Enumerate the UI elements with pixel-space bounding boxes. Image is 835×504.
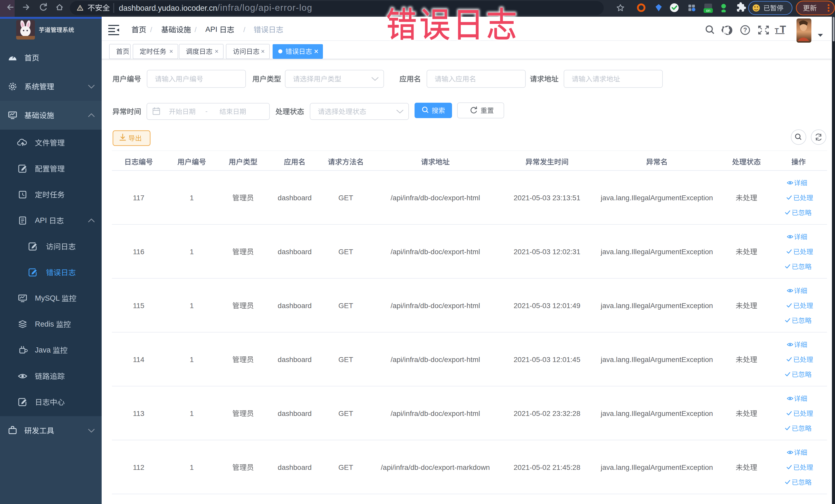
svg-text:dashboard: dashboard [278, 302, 312, 310]
svg-text:113: 113 [133, 409, 144, 418]
svg-text:1: 1 [190, 194, 194, 202]
svg-text:GET: GET [338, 194, 353, 202]
svg-text:112: 112 [133, 463, 144, 471]
svg-text:/api/infra/db-doc/export-markd: /api/infra/db-doc/export-markdown [381, 463, 490, 471]
svg-text:MySQL: MySQL [35, 294, 60, 302]
svg-text:2021-05-02 23:32:28: 2021-05-02 23:32:28 [514, 409, 581, 418]
svg-text:/: / [150, 26, 152, 34]
svg-text:Redis: Redis [35, 320, 54, 328]
svg-text:117: 117 [133, 194, 144, 202]
svg-text:/: / [195, 26, 197, 34]
svg-text:2021-05-03 12:01:49: 2021-05-03 12:01:49 [514, 302, 581, 310]
svg-text:1: 1 [190, 409, 194, 418]
svg-text:Java: Java [35, 346, 51, 354]
svg-text:1: 1 [190, 463, 194, 471]
svg-text:/infra/log/api-error-log: /infra/log/api-error-log [217, 3, 312, 13]
svg-text:java.lang.IllegalArgumentExcep: java.lang.IllegalArgumentException [600, 409, 713, 418]
svg-text:java.lang.IllegalArgumentExcep: java.lang.IllegalArgumentException [600, 248, 713, 256]
svg-text:java.lang.IllegalArgumentExcep: java.lang.IllegalArgumentException [600, 463, 713, 471]
svg-text:on: on [706, 8, 711, 13]
svg-text:116: 116 [133, 248, 144, 256]
svg-text:dashboard.yudao.iocoder.cn: dashboard.yudao.iocoder.cn [119, 4, 217, 13]
svg-text:API: API [205, 25, 218, 33]
svg-text:dashboard: dashboard [278, 463, 312, 471]
svg-text:/api/infra/db-doc/export-html: /api/infra/db-doc/export-html [391, 248, 480, 256]
svg-text:dashboard: dashboard [278, 248, 312, 256]
svg-text:-: - [205, 107, 208, 115]
svg-text:dashboard: dashboard [278, 409, 312, 418]
svg-text:1: 1 [190, 356, 194, 364]
svg-text:GET: GET [338, 463, 353, 471]
svg-text:java.lang.IllegalArgumentExcep: java.lang.IllegalArgumentException [600, 194, 713, 202]
svg-text:java.lang.IllegalArgumentExcep: java.lang.IllegalArgumentException [600, 302, 713, 310]
svg-text:/api/infra/db-doc/export-html: /api/infra/db-doc/export-html [391, 409, 480, 418]
svg-text:?: ? [744, 26, 747, 33]
svg-text:/: / [243, 26, 245, 34]
svg-text:T: T [780, 24, 786, 35]
svg-text:java.lang.IllegalArgumentExcep: java.lang.IllegalArgumentException [600, 356, 713, 364]
svg-text:/api/infra/db-doc/export-html: /api/infra/db-doc/export-html [391, 194, 480, 202]
svg-text:115: 115 [133, 302, 144, 310]
svg-text:1: 1 [190, 302, 194, 310]
svg-text:1: 1 [190, 248, 194, 256]
svg-text:dashboard: dashboard [278, 194, 312, 202]
svg-text:2021-05-02 21:45:28: 2021-05-02 21:45:28 [514, 463, 581, 471]
svg-text:2021-05-03 23:13:51: 2021-05-03 23:13:51 [514, 194, 581, 202]
svg-text:2021-05-03 12:01:45: 2021-05-03 12:01:45 [514, 356, 581, 364]
svg-text:GET: GET [338, 409, 353, 418]
svg-text:114: 114 [133, 356, 144, 364]
svg-text:GET: GET [338, 248, 353, 256]
svg-text:/api/infra/db-doc/export-html: /api/infra/db-doc/export-html [391, 356, 480, 364]
svg-text:API: API [35, 216, 47, 224]
svg-text:/api/infra/db-doc/export-html: /api/infra/db-doc/export-html [391, 302, 480, 310]
svg-text:dashboard: dashboard [278, 356, 312, 364]
svg-text:2021-05-03 12:02:31: 2021-05-03 12:02:31 [514, 248, 581, 256]
svg-text:GET: GET [338, 302, 353, 310]
svg-text:GET: GET [338, 356, 353, 364]
